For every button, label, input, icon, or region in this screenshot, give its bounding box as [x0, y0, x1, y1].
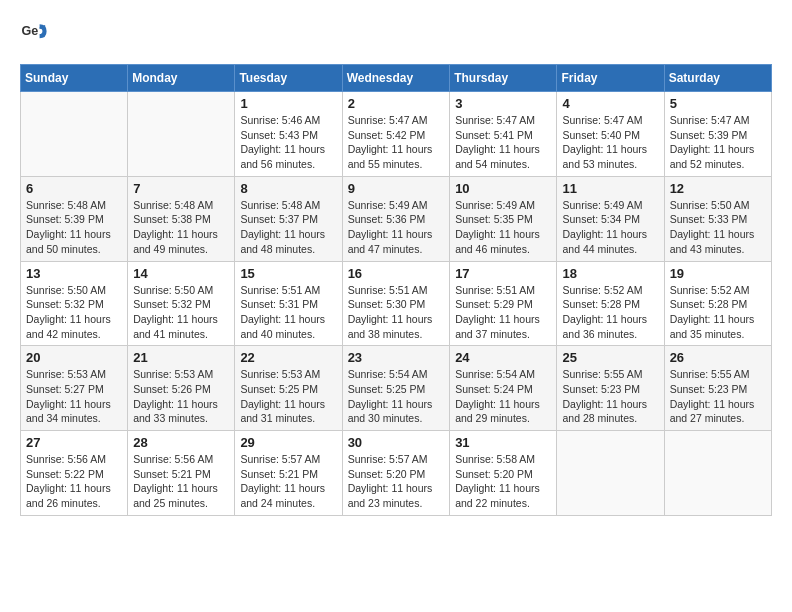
- day-info: Sunrise: 5:51 AM Sunset: 5:31 PM Dayligh…: [240, 283, 336, 342]
- day-number: 5: [670, 96, 766, 111]
- day-info: Sunrise: 5:54 AM Sunset: 5:24 PM Dayligh…: [455, 367, 551, 426]
- day-info: Sunrise: 5:53 AM Sunset: 5:25 PM Dayligh…: [240, 367, 336, 426]
- day-number: 30: [348, 435, 445, 450]
- day-number: 14: [133, 266, 229, 281]
- day-info: Sunrise: 5:47 AM Sunset: 5:42 PM Dayligh…: [348, 113, 445, 172]
- calendar-cell: 26Sunrise: 5:55 AM Sunset: 5:23 PM Dayli…: [664, 346, 771, 431]
- weekday-header-thursday: Thursday: [450, 65, 557, 92]
- calendar-cell: 27Sunrise: 5:56 AM Sunset: 5:22 PM Dayli…: [21, 431, 128, 516]
- day-info: Sunrise: 5:57 AM Sunset: 5:21 PM Dayligh…: [240, 452, 336, 511]
- day-number: 21: [133, 350, 229, 365]
- day-info: Sunrise: 5:47 AM Sunset: 5:39 PM Dayligh…: [670, 113, 766, 172]
- day-number: 17: [455, 266, 551, 281]
- day-number: 23: [348, 350, 445, 365]
- day-info: Sunrise: 5:52 AM Sunset: 5:28 PM Dayligh…: [562, 283, 658, 342]
- day-info: Sunrise: 5:50 AM Sunset: 5:32 PM Dayligh…: [26, 283, 122, 342]
- day-number: 29: [240, 435, 336, 450]
- calendar-cell: 5Sunrise: 5:47 AM Sunset: 5:39 PM Daylig…: [664, 92, 771, 177]
- day-number: 31: [455, 435, 551, 450]
- calendar-cell: 23Sunrise: 5:54 AM Sunset: 5:25 PM Dayli…: [342, 346, 450, 431]
- day-number: 27: [26, 435, 122, 450]
- calendar-cell: [21, 92, 128, 177]
- day-number: 11: [562, 181, 658, 196]
- weekday-header-saturday: Saturday: [664, 65, 771, 92]
- day-info: Sunrise: 5:49 AM Sunset: 5:36 PM Dayligh…: [348, 198, 445, 257]
- calendar-cell: [128, 92, 235, 177]
- calendar-cell: 16Sunrise: 5:51 AM Sunset: 5:30 PM Dayli…: [342, 261, 450, 346]
- calendar-week-row: 1Sunrise: 5:46 AM Sunset: 5:43 PM Daylig…: [21, 92, 772, 177]
- calendar-cell: 29Sunrise: 5:57 AM Sunset: 5:21 PM Dayli…: [235, 431, 342, 516]
- calendar-cell: 11Sunrise: 5:49 AM Sunset: 5:34 PM Dayli…: [557, 176, 664, 261]
- calendar-week-row: 20Sunrise: 5:53 AM Sunset: 5:27 PM Dayli…: [21, 346, 772, 431]
- day-number: 4: [562, 96, 658, 111]
- day-info: Sunrise: 5:50 AM Sunset: 5:33 PM Dayligh…: [670, 198, 766, 257]
- calendar-cell: 8Sunrise: 5:48 AM Sunset: 5:37 PM Daylig…: [235, 176, 342, 261]
- day-info: Sunrise: 5:48 AM Sunset: 5:38 PM Dayligh…: [133, 198, 229, 257]
- page-header: Ge: [20, 20, 772, 48]
- calendar-cell: 14Sunrise: 5:50 AM Sunset: 5:32 PM Dayli…: [128, 261, 235, 346]
- day-info: Sunrise: 5:51 AM Sunset: 5:29 PM Dayligh…: [455, 283, 551, 342]
- calendar-cell: 15Sunrise: 5:51 AM Sunset: 5:31 PM Dayli…: [235, 261, 342, 346]
- day-number: 16: [348, 266, 445, 281]
- day-number: 10: [455, 181, 551, 196]
- day-info: Sunrise: 5:52 AM Sunset: 5:28 PM Dayligh…: [670, 283, 766, 342]
- calendar-cell: 13Sunrise: 5:50 AM Sunset: 5:32 PM Dayli…: [21, 261, 128, 346]
- calendar-cell: [664, 431, 771, 516]
- day-info: Sunrise: 5:51 AM Sunset: 5:30 PM Dayligh…: [348, 283, 445, 342]
- day-info: Sunrise: 5:48 AM Sunset: 5:39 PM Dayligh…: [26, 198, 122, 257]
- day-info: Sunrise: 5:53 AM Sunset: 5:26 PM Dayligh…: [133, 367, 229, 426]
- day-number: 6: [26, 181, 122, 196]
- day-number: 12: [670, 181, 766, 196]
- weekday-header-monday: Monday: [128, 65, 235, 92]
- calendar-cell: [557, 431, 664, 516]
- day-info: Sunrise: 5:56 AM Sunset: 5:22 PM Dayligh…: [26, 452, 122, 511]
- calendar-cell: 18Sunrise: 5:52 AM Sunset: 5:28 PM Dayli…: [557, 261, 664, 346]
- day-number: 13: [26, 266, 122, 281]
- day-number: 9: [348, 181, 445, 196]
- day-info: Sunrise: 5:50 AM Sunset: 5:32 PM Dayligh…: [133, 283, 229, 342]
- calendar-cell: 30Sunrise: 5:57 AM Sunset: 5:20 PM Dayli…: [342, 431, 450, 516]
- calendar-cell: 22Sunrise: 5:53 AM Sunset: 5:25 PM Dayli…: [235, 346, 342, 431]
- day-info: Sunrise: 5:48 AM Sunset: 5:37 PM Dayligh…: [240, 198, 336, 257]
- svg-text:Ge: Ge: [21, 24, 38, 38]
- day-info: Sunrise: 5:57 AM Sunset: 5:20 PM Dayligh…: [348, 452, 445, 511]
- day-number: 2: [348, 96, 445, 111]
- day-number: 28: [133, 435, 229, 450]
- day-number: 22: [240, 350, 336, 365]
- calendar-table: SundayMondayTuesdayWednesdayThursdayFrid…: [20, 64, 772, 516]
- calendar-cell: 1Sunrise: 5:46 AM Sunset: 5:43 PM Daylig…: [235, 92, 342, 177]
- day-info: Sunrise: 5:58 AM Sunset: 5:20 PM Dayligh…: [455, 452, 551, 511]
- day-number: 3: [455, 96, 551, 111]
- day-info: Sunrise: 5:53 AM Sunset: 5:27 PM Dayligh…: [26, 367, 122, 426]
- weekday-header-tuesday: Tuesday: [235, 65, 342, 92]
- day-number: 7: [133, 181, 229, 196]
- calendar-cell: 21Sunrise: 5:53 AM Sunset: 5:26 PM Dayli…: [128, 346, 235, 431]
- weekday-header-wednesday: Wednesday: [342, 65, 450, 92]
- day-info: Sunrise: 5:47 AM Sunset: 5:40 PM Dayligh…: [562, 113, 658, 172]
- calendar-week-row: 13Sunrise: 5:50 AM Sunset: 5:32 PM Dayli…: [21, 261, 772, 346]
- day-number: 19: [670, 266, 766, 281]
- weekday-header-friday: Friday: [557, 65, 664, 92]
- day-number: 20: [26, 350, 122, 365]
- day-info: Sunrise: 5:55 AM Sunset: 5:23 PM Dayligh…: [670, 367, 766, 426]
- weekday-header-sunday: Sunday: [21, 65, 128, 92]
- day-number: 18: [562, 266, 658, 281]
- day-info: Sunrise: 5:49 AM Sunset: 5:34 PM Dayligh…: [562, 198, 658, 257]
- calendar-cell: 28Sunrise: 5:56 AM Sunset: 5:21 PM Dayli…: [128, 431, 235, 516]
- calendar-cell: 12Sunrise: 5:50 AM Sunset: 5:33 PM Dayli…: [664, 176, 771, 261]
- day-number: 24: [455, 350, 551, 365]
- calendar-week-row: 27Sunrise: 5:56 AM Sunset: 5:22 PM Dayli…: [21, 431, 772, 516]
- calendar-week-row: 6Sunrise: 5:48 AM Sunset: 5:39 PM Daylig…: [21, 176, 772, 261]
- calendar-cell: 20Sunrise: 5:53 AM Sunset: 5:27 PM Dayli…: [21, 346, 128, 431]
- calendar-cell: 31Sunrise: 5:58 AM Sunset: 5:20 PM Dayli…: [450, 431, 557, 516]
- calendar-cell: 24Sunrise: 5:54 AM Sunset: 5:24 PM Dayli…: [450, 346, 557, 431]
- day-number: 1: [240, 96, 336, 111]
- day-number: 25: [562, 350, 658, 365]
- day-info: Sunrise: 5:46 AM Sunset: 5:43 PM Dayligh…: [240, 113, 336, 172]
- logo: Ge: [20, 20, 52, 48]
- day-number: 15: [240, 266, 336, 281]
- day-number: 8: [240, 181, 336, 196]
- calendar-cell: 9Sunrise: 5:49 AM Sunset: 5:36 PM Daylig…: [342, 176, 450, 261]
- day-number: 26: [670, 350, 766, 365]
- day-info: Sunrise: 5:55 AM Sunset: 5:23 PM Dayligh…: [562, 367, 658, 426]
